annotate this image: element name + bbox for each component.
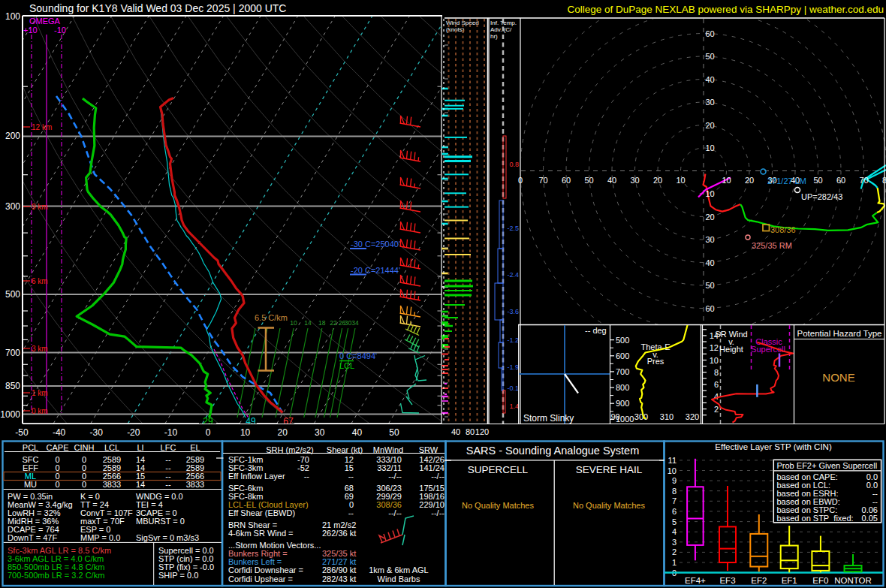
svg-text:120: 120 [475,427,489,436]
svg-text:70: 70 [538,176,547,185]
svg-text:6: 6 [714,380,719,389]
svg-text:6.5 C/km: 6.5 C/km [255,313,288,322]
svg-text:3833: 3833 [186,480,204,489]
svg-text:7: 7 [672,496,677,505]
svg-text:LFC: LFC [161,443,176,452]
svg-text:49: 49 [246,416,256,427]
svg-text:700-500mb LR = 3.2 C/km: 700-500mb LR = 3.2 C/km [8,571,104,580]
svg-text:-20 C=21444': -20 C=21444' [351,266,400,275]
svg-text:271/27 LM: 271/27 LM [767,176,806,185]
svg-text:10: 10 [705,189,714,198]
svg-text:0 C=8494': 0 C=8494' [339,351,377,360]
svg-text:30: 30 [705,235,714,244]
svg-text:LCL: LCL [104,443,119,452]
svg-text:-3.6: -3.6 [507,308,519,315]
svg-text:60: 60 [836,176,845,185]
svg-text:EF1: EF1 [782,576,797,585]
svg-text:--/--: --/-- [388,472,402,481]
svg-text:50: 50 [389,427,399,438]
svg-text:40: 40 [352,427,363,438]
svg-text:Sounding for K1Y8 Valid Wed 0: Sounding for K1Y8 Valid Wed 03 Dec 2025 … [29,2,286,14]
svg-text:SEVERE HAIL: SEVERE HAIL [576,464,643,475]
svg-text:40: 40 [607,176,616,185]
svg-text:325/35 RM: 325/35 RM [752,241,792,250]
svg-text:800: 800 [616,383,629,392]
svg-text:5: 5 [672,517,677,526]
svg-text:SRW: SRW [419,445,438,454]
svg-text:90: 90 [611,412,620,421]
svg-text:1.4: 1.4 [509,403,519,410]
svg-text:SigSvr = 0 m3/s3: SigSvr = 0 m3/s3 [136,533,199,542]
svg-text:MBURST = 0: MBURST = 0 [136,517,185,526]
svg-text:Pres: Pres [647,357,664,366]
svg-text:Eff Inflow Layer: Eff Inflow Layer [228,472,285,481]
svg-text:100: 100 [5,11,20,22]
svg-text:4-6km SR Wind =: 4-6km SR Wind = [228,529,294,538]
svg-text:Height: Height [719,345,743,354]
svg-text:10: 10 [710,356,719,365]
svg-text:900: 900 [616,399,629,408]
svg-text:based on STP_fixed:: based on STP_fixed: [777,514,854,523]
svg-text:3 km: 3 km [32,345,48,353]
svg-text:20: 20 [705,121,714,130]
svg-text:2: 2 [672,547,677,556]
svg-text:50: 50 [813,176,822,185]
svg-text:--/--: --/-- [431,472,445,481]
svg-text:0: 0 [82,480,86,489]
svg-text:-2.4: -2.4 [507,271,519,279]
svg-text:DownT = 47F: DownT = 47F [8,533,57,542]
svg-text:hr): hr) [490,33,498,40]
svg-text:12: 12 [710,343,719,352]
svg-text:10: 10 [722,176,731,185]
svg-text:500: 500 [5,289,20,300]
svg-text:EF3: EF3 [719,576,735,585]
svg-text:-30 C=25040': -30 C=25040' [351,240,400,249]
svg-text:10: 10 [705,143,714,152]
svg-text:30: 30 [630,176,639,185]
svg-text:SFC-3km: SFC-3km [228,463,263,472]
svg-text:332/11: 332/11 [377,463,402,472]
svg-text:300: 300 [634,412,648,421]
svg-text:MMP = 0.0: MMP = 0.0 [80,533,120,542]
svg-text:2: 2 [714,405,719,414]
svg-text:PCL: PCL [23,443,38,452]
svg-text:CAPE: CAPE [47,443,69,452]
svg-text:-10: -10 [164,427,178,438]
svg-text:9 km: 9 km [32,203,48,211]
svg-text:6: 6 [672,507,677,516]
svg-text:60: 60 [562,176,571,185]
svg-text:MU: MU [24,480,37,489]
svg-text:850: 850 [5,381,20,391]
svg-text:CINH: CINH [74,443,95,452]
svg-text:8: 8 [714,368,719,377]
svg-text:8: 8 [672,487,677,496]
svg-text:1 km: 1 km [32,389,48,397]
svg-text:0: 0 [55,480,59,489]
svg-text:NONE: NONE [822,371,854,384]
svg-text:60: 60 [705,29,714,38]
svg-text:20: 20 [653,176,662,185]
svg-text:14: 14 [136,480,145,489]
svg-text:20: 20 [745,176,754,185]
svg-text:3: 3 [672,538,677,547]
svg-text:0: 0 [518,176,523,185]
svg-text:40: 40 [705,75,714,84]
svg-text:271/27 kt: 271/27 kt [322,557,356,566]
svg-text:-50: -50 [15,427,29,438]
svg-text:310: 310 [660,412,674,421]
svg-text:Adv. (C/: Adv. (C/ [490,26,512,33]
svg-text:-2.5: -2.5 [507,225,519,232]
svg-text:-52: -52 [297,463,309,472]
svg-text:700: 700 [616,367,629,376]
svg-text:262/36 kt: 262/36 kt [322,529,356,538]
svg-text:UP=282/43: UP=282/43 [801,192,842,201]
svg-text:40: 40 [451,427,460,436]
svg-text:Potential Hazard Type: Potential Hazard Type [797,329,882,338]
svg-text:...Storm Motion Vectors...: ...Storm Motion Vectors... [228,541,321,550]
svg-text:-1.9: -1.9 [507,363,519,371]
svg-text:22: 22 [330,319,337,327]
svg-text:40: 40 [705,258,714,267]
svg-text:-40: -40 [53,427,66,438]
svg-text:0.05: 0.05 [862,514,878,523]
svg-text:14: 14 [304,319,312,327]
